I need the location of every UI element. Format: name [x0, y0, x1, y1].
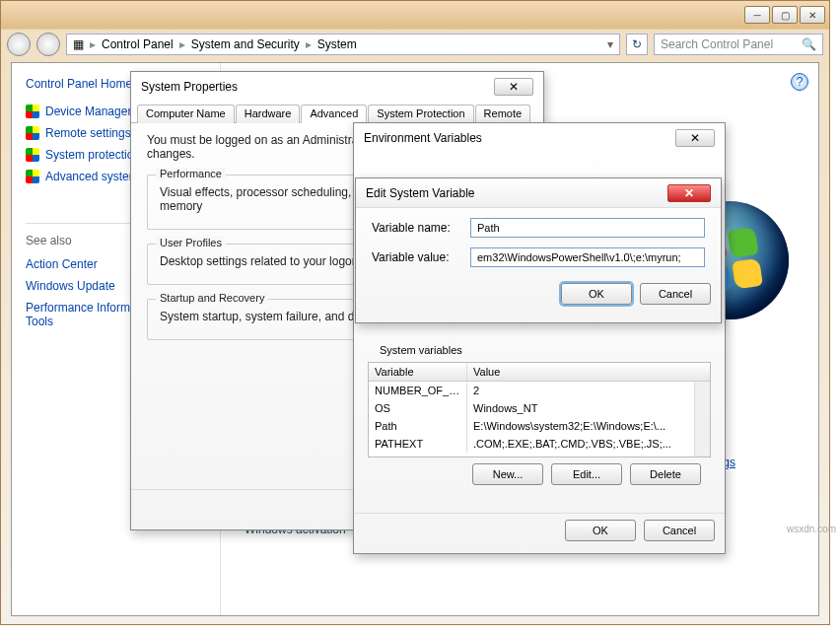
- table-row[interactable]: PATHEXT.COM;.EXE;.BAT;.CMD;.VBS;.VBE;.JS…: [369, 435, 710, 453]
- tab-remote[interactable]: Remote: [475, 105, 531, 123]
- cancel-button[interactable]: Cancel: [640, 283, 711, 305]
- breadcrumb-2[interactable]: System and Security: [191, 37, 300, 51]
- minimize-button[interactable]: ─: [744, 6, 770, 24]
- dialog-close-button[interactable]: ✕: [667, 184, 711, 202]
- tab-computer-name[interactable]: Computer Name: [137, 105, 235, 123]
- scrollbar[interactable]: [694, 382, 710, 457]
- variable-value-label: Variable value:: [372, 250, 470, 264]
- dialog-close-button[interactable]: ✕: [494, 78, 533, 96]
- shield-icon: [26, 170, 39, 183]
- breadcrumb-3[interactable]: System: [317, 37, 357, 51]
- table-row[interactable]: OSWindows_NT: [369, 399, 710, 417]
- dialog-title: Edit System Variable: [366, 186, 475, 200]
- maximize-button[interactable]: ▢: [772, 6, 798, 24]
- ok-button[interactable]: OK: [561, 283, 632, 305]
- shield-icon: [26, 126, 39, 140]
- help-icon[interactable]: ?: [791, 73, 808, 91]
- shield-icon: [26, 148, 39, 162]
- ok-button[interactable]: OK: [565, 520, 636, 541]
- tab-advanced[interactable]: Advanced: [301, 105, 367, 123]
- search-icon: 🔍: [802, 37, 816, 51]
- back-button[interactable]: [7, 33, 31, 56]
- edit-button[interactable]: Edit...: [551, 463, 622, 485]
- dialog-titlebar[interactable]: Edit System Variable ✕: [356, 178, 721, 208]
- shield-icon: [26, 105, 39, 118]
- system-variables-table: VariableValue NUMBER_OF_P...2 OSWindows_…: [368, 362, 711, 457]
- tab-system-protection[interactable]: System Protection: [368, 105, 473, 123]
- dialog-titlebar[interactable]: Environment Variables ✕: [354, 123, 725, 153]
- breadcrumb-1[interactable]: Control Panel: [102, 37, 174, 51]
- variable-value-row: Variable value:: [372, 247, 705, 267]
- close-button[interactable]: ✕: [800, 6, 825, 24]
- edit-system-variable-dialog: Edit System Variable ✕ Variable name: Va…: [355, 177, 722, 323]
- refresh-button[interactable]: ↻: [626, 34, 648, 55]
- address-bar[interactable]: ▦ ▸ Control Panel ▸ System and Security …: [66, 34, 620, 55]
- variable-name-input[interactable]: [470, 218, 705, 238]
- forward-button[interactable]: [36, 33, 60, 56]
- dialog-close-button[interactable]: ✕: [675, 129, 715, 147]
- table-header[interactable]: VariableValue: [369, 363, 710, 382]
- table-row[interactable]: PathE:\Windows\system32;E:\Windows;E:\..…: [369, 417, 710, 435]
- titlebar[interactable]: ─ ▢ ✕: [1, 1, 829, 29]
- dialog-titlebar[interactable]: System Properties ✕: [131, 72, 543, 102]
- system-variables-label: System variables: [380, 344, 699, 356]
- tab-hardware[interactable]: Hardware: [236, 105, 301, 123]
- search-placeholder: Search Control Panel: [661, 37, 773, 51]
- tabstrip: Computer Name Hardware Advanced System P…: [131, 102, 543, 123]
- nav-bar: ▦ ▸ Control Panel ▸ System and Security …: [1, 29, 829, 60]
- new-button[interactable]: New...: [472, 463, 543, 485]
- control-panel-icon: ▦: [73, 37, 84, 51]
- table-row[interactable]: NUMBER_OF_P...2: [369, 382, 710, 399]
- watermark: wsxdn.com: [787, 524, 836, 534]
- search-box[interactable]: Search Control Panel 🔍: [654, 34, 823, 55]
- variable-value-input[interactable]: [470, 247, 705, 267]
- variable-name-label: Variable name:: [372, 221, 470, 235]
- cancel-button[interactable]: Cancel: [644, 520, 715, 541]
- dialog-title: System Properties: [141, 80, 238, 94]
- variable-name-row: Variable name:: [372, 218, 705, 238]
- delete-button[interactable]: Delete: [630, 463, 701, 485]
- dialog-title: Environment Variables: [364, 131, 482, 145]
